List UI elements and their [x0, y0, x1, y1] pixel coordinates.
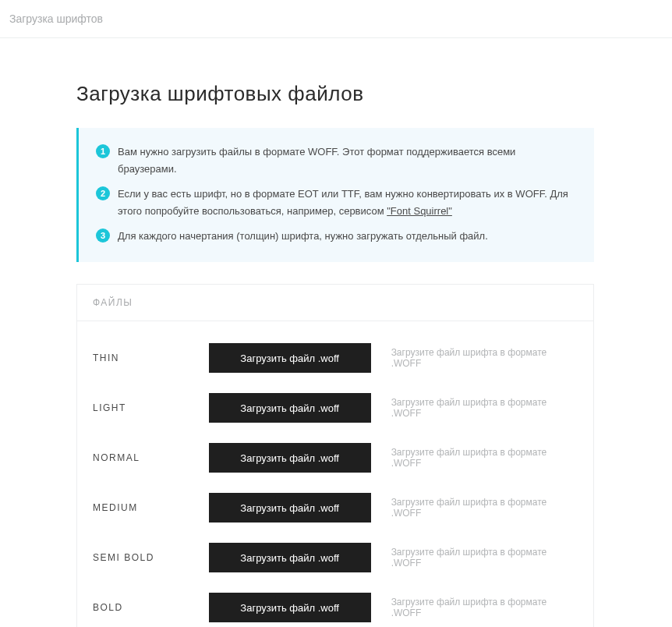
upload-button-bold[interactable]: Загрузить файл .woff — [209, 593, 371, 622]
weight-label-thin: THIN — [93, 352, 209, 363]
file-row-thin: THIN Загрузить файл .woff Загрузите файл… — [93, 343, 578, 373]
upload-hint-bold: Загрузите файл шрифта в формате .WOFF — [391, 597, 578, 618]
weight-label-medium: MEDIUM — [93, 502, 209, 513]
info-text-2: Если у вас есть шрифт, но в формате EOT … — [118, 186, 577, 220]
files-header: ФАЙЛЫ — [77, 285, 593, 321]
info-badge-3: 3 — [96, 228, 110, 243]
weight-label-normal: NORMAL — [93, 452, 209, 463]
info-badge-2: 2 — [96, 186, 110, 200]
upload-hint-thin: Загрузите файл шрифта в формате .WOFF — [391, 347, 578, 369]
files-panel: ФАЙЛЫ THIN Загрузить файл .woff Загрузит… — [76, 284, 594, 627]
weight-label-bold: BOLD — [93, 602, 209, 613]
page-title: Загрузка шрифтовых файлов — [76, 82, 594, 106]
file-row-normal: NORMAL Загрузить файл .woff Загрузите фа… — [93, 443, 578, 473]
info-item-1: 1 Вам нужно загрузить файлы в формате WO… — [96, 143, 577, 178]
upload-button-medium[interactable]: Загрузить файл .woff — [209, 493, 371, 522]
upload-button-thin[interactable]: Загрузить файл .woff — [209, 343, 371, 373]
info-text-1: Вам нужно загрузить файлы в формате WOFF… — [118, 143, 577, 178]
info-text-3: Для каждого начертания (толщин) шрифта, … — [118, 228, 488, 245]
weight-label-semibold: SEMI BOLD — [93, 552, 209, 563]
info-item-3: 3 Для каждого начертания (толщин) шрифта… — [96, 228, 577, 245]
content-area: Загрузка шрифтовых файлов 1 Вам нужно за… — [0, 38, 594, 627]
top-bar-title: Загрузка шрифтов — [9, 12, 663, 25]
upload-hint-medium: Загрузите файл шрифта в формате .WOFF — [391, 497, 578, 519]
upload-hint-light: Загрузите файл шрифта в формате .WOFF — [391, 397, 578, 419]
weight-label-light: LIGHT — [93, 402, 209, 413]
info-text-2-before: Если у вас есть шрифт, но в формате EOT … — [118, 188, 568, 217]
info-box: 1 Вам нужно загрузить файлы в формате WO… — [76, 128, 594, 262]
file-row-medium: MEDIUM Загрузить файл .woff Загрузите фа… — [93, 493, 578, 522]
upload-button-light[interactable]: Загрузить файл .woff — [209, 393, 371, 423]
top-bar: Загрузка шрифтов — [0, 0, 672, 38]
info-badge-1: 1 — [96, 144, 110, 158]
font-squirrel-link[interactable]: "Font Squirrel" — [387, 205, 452, 217]
files-header-label: ФАЙЛЫ — [93, 297, 578, 308]
file-row-bold: BOLD Загрузить файл .woff Загрузите файл… — [93, 593, 578, 622]
upload-hint-semibold: Загрузите файл шрифта в формате .WOFF — [391, 547, 578, 569]
info-item-2: 2 Если у вас есть шрифт, но в формате EO… — [96, 186, 577, 220]
upload-button-normal[interactable]: Загрузить файл .woff — [209, 443, 371, 473]
files-body: THIN Загрузить файл .woff Загрузите файл… — [77, 321, 593, 627]
file-row-semibold: SEMI BOLD Загрузить файл .woff Загрузите… — [93, 543, 578, 572]
upload-button-semibold[interactable]: Загрузить файл .woff — [209, 543, 371, 572]
upload-hint-normal: Загрузите файл шрифта в формате .WOFF — [391, 447, 578, 469]
file-row-light: LIGHT Загрузить файл .woff Загрузите фай… — [93, 393, 578, 423]
